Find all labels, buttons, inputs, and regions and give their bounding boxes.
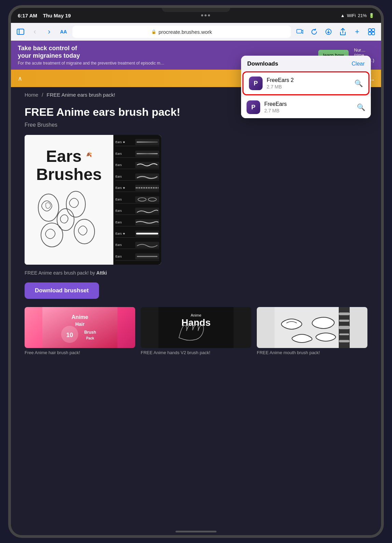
category-tag[interactable]: Free Brushes	[25, 122, 367, 128]
download-search-icon-1[interactable]: 🔍	[354, 79, 363, 87]
wifi-icon: WiFi	[347, 13, 356, 18]
brush-row: Ears	[115, 151, 159, 158]
plus-icon: +	[355, 27, 360, 36]
svg-rect-2	[297, 29, 302, 33]
sidebar-toggle-button[interactable]	[15, 26, 26, 37]
related-thumb-mouth	[257, 307, 367, 348]
related-item-mouth[interactable]: FREE Anime mouth brush pack!	[257, 307, 367, 356]
download-item-info-1: FreeEars 2 2.7 MB	[267, 77, 350, 89]
svg-point-10	[41, 223, 63, 247]
forward-button[interactable]: ›	[44, 26, 55, 37]
related-caption-hair: Free Anime hair brush pack!	[25, 350, 135, 356]
related-item-hands[interactable]: Anime Hands FREE Anime hands V2 brush pa…	[141, 307, 251, 356]
url-bar[interactable]: 🔒 procreate.brushes.work	[72, 26, 291, 38]
brush-row: Ears ★	[115, 231, 159, 238]
new-tab-button[interactable]: +	[352, 26, 363, 37]
svg-point-12	[57, 209, 74, 231]
download-item-freeears[interactable]: P FreeEars 2.7 MB 🔍	[241, 96, 371, 118]
time-display: 6:17 AM	[18, 13, 37, 18]
page-content: Take back control ofyour migraines today…	[11, 41, 381, 535]
download-item-freeears2[interactable]: P FreeEars 2 2.7 MB 🔍	[242, 71, 369, 95]
download-name-2: FreeEars	[264, 101, 353, 107]
preview-title-line1: Ears	[46, 147, 82, 165]
related-thumb-hair: Anime Hair 10 Brush Pack	[25, 307, 135, 348]
brush-preview-image: Ears 🍂 Brushes	[25, 135, 161, 265]
svg-text:Hands: Hands	[181, 317, 211, 328]
brush-row: Ears	[115, 253, 159, 261]
back-icon: ‹	[33, 27, 36, 36]
status-indicators: ▲ WiFi 21% 🔋	[340, 13, 374, 18]
download-item-freeears2-wrapper: P FreeEars 2 2.7 MB 🔍	[242, 71, 369, 95]
svg-text:Brush: Brush	[84, 330, 96, 335]
svg-point-14	[148, 198, 156, 201]
related-items: Anime Hair 10 Brush Pack Free Anime hair…	[25, 307, 367, 356]
download-button[interactable]	[323, 26, 334, 37]
svg-point-13	[138, 198, 146, 201]
date-display: Thu May 19	[43, 13, 71, 18]
breadcrumb-separator: /	[42, 92, 43, 98]
download-name-1: FreeEars 2	[267, 77, 350, 83]
svg-point-8	[38, 194, 59, 221]
status-time: 6:17 AM Thu May 19	[18, 13, 71, 18]
svg-rect-7	[372, 32, 375, 35]
related-caption-hands: FREE Anime hands V2 brush pack!	[141, 350, 251, 356]
svg-rect-5	[372, 29, 375, 31]
status-center	[201, 14, 210, 16]
breadcrumb-home[interactable]: Home	[25, 92, 38, 98]
ear-sketches-svg	[31, 184, 107, 252]
brush-row: Ears	[115, 242, 159, 249]
related-item-hair[interactable]: Anime Hair 10 Brush Pack Free Anime hair…	[25, 307, 135, 356]
downloads-clear-button[interactable]: Clear	[352, 61, 365, 67]
battery-display: 21%	[358, 13, 367, 18]
collapse-icon[interactable]: ∧	[18, 75, 22, 82]
svg-text:Hair: Hair	[75, 321, 85, 327]
download-item-info-2: FreeEars 2.7 MB	[264, 101, 353, 113]
camera-notch	[162, 8, 230, 12]
svg-point-11	[74, 219, 95, 244]
download-size-2: 2.7 MB	[264, 108, 353, 113]
procreate-icon-2: P	[247, 100, 260, 114]
download-brushset-button[interactable]: Download brushset	[25, 282, 99, 299]
reader-icon: AA	[60, 29, 67, 34]
lock-icon: 🔒	[151, 29, 156, 34]
brush-row: Ears	[115, 208, 159, 215]
reload-button[interactable]	[309, 26, 320, 37]
svg-text:Anime: Anime	[72, 314, 88, 320]
preview-title: Ears 🍂 Brushes	[36, 148, 102, 184]
breadcrumb-current: FREE Anime ears brush pack!	[47, 92, 115, 98]
downloads-panel: Downloads Clear P FreeEars 2 2.7 MB 🔍	[241, 56, 371, 118]
brush-row: Ears	[115, 219, 159, 226]
share-button[interactable]	[337, 26, 348, 37]
cast-button[interactable]	[294, 26, 305, 37]
downloads-title: Downloads	[247, 60, 278, 67]
browser-toolbar: ‹ › AA 🔒 procreate.brushes.work	[11, 23, 381, 41]
related-thumb-hands: Anime Hands	[141, 307, 251, 348]
forward-icon: ›	[48, 27, 50, 36]
brush-row: Ears ★	[115, 185, 159, 192]
brush-preview-right: Ears ★ Ears Ears	[113, 135, 161, 265]
svg-rect-0	[17, 29, 24, 34]
svg-rect-6	[368, 32, 371, 35]
svg-text:10: 10	[66, 332, 73, 338]
brush-row: Ears	[115, 173, 159, 181]
brush-preview-left: Ears 🍂 Brushes	[25, 135, 113, 265]
brush-row: Ears ★	[115, 139, 159, 146]
main-area: FREE Anime ears brush pack! Free Brushes…	[11, 100, 381, 361]
author-name[interactable]: Attki	[96, 270, 107, 276]
back-button[interactable]: ‹	[29, 26, 40, 37]
svg-text:Anime: Anime	[191, 313, 201, 317]
tab-grid-button[interactable]	[366, 26, 377, 37]
brush-row: Ears	[115, 162, 159, 169]
svg-point-9	[66, 191, 85, 217]
procreate-icon-1: P	[249, 76, 263, 90]
author-line: FREE Anime ears brush pack! by Attki	[25, 270, 367, 276]
brush-row: Ears	[115, 196, 159, 204]
download-search-icon-2[interactable]: 🔍	[357, 103, 365, 111]
preview-title-line2: Brushes	[36, 165, 102, 183]
reader-view-button[interactable]: AA	[58, 26, 69, 37]
downloads-header: Downloads Clear	[241, 56, 371, 71]
url-text: procreate.brushes.work	[158, 29, 212, 35]
related-caption-mouth: FREE Anime mouth brush pack!	[257, 350, 367, 356]
svg-text:Pack: Pack	[86, 336, 94, 340]
svg-rect-4	[368, 29, 371, 31]
